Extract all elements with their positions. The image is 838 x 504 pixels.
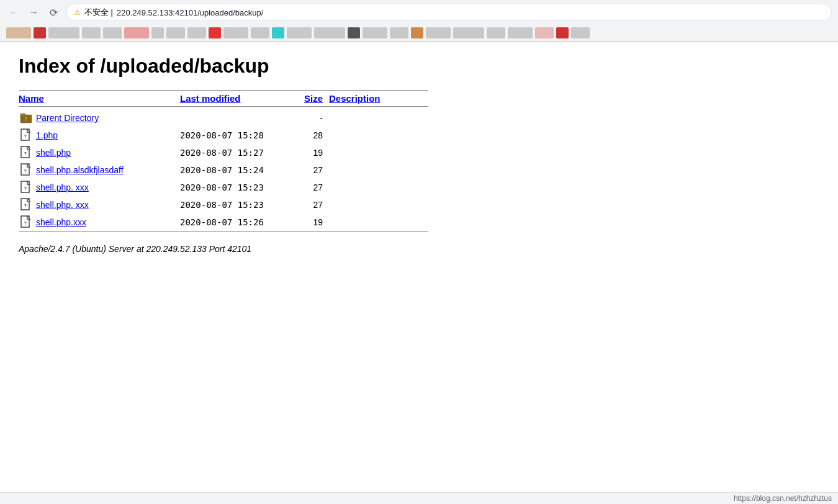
- table-row: ? shell.php2020-08-07 15:2719: [19, 144, 428, 161]
- table-row: ? 1.php2020-08-07 15:2828: [19, 127, 428, 144]
- bookmark-item[interactable]: [348, 27, 360, 38]
- svg-text:↑: ↑: [25, 115, 28, 122]
- file-document-icon: ?: [20, 163, 32, 177]
- file-icon: ?: [19, 197, 34, 212]
- file-icon: ?: [19, 215, 34, 230]
- bookmark-item[interactable]: [103, 27, 122, 38]
- bookmark-item[interactable]: [166, 27, 185, 38]
- table-row: ? shell.php. xxx2020-08-07 15:2327: [19, 196, 428, 214]
- bookmark-item[interactable]: [272, 27, 284, 38]
- table-header: Name Last modified Size Description: [19, 90, 428, 107]
- table-row: ? shell.php.alsdkfjlasdaff2020-08-07 15:…: [19, 161, 428, 179]
- size-cell: 19: [286, 217, 323, 227]
- file-document-icon: ?: [20, 146, 32, 160]
- bookmark-item[interactable]: [487, 27, 505, 38]
- url-display: 220.249.52.133:42101/uploaded/backup/: [117, 8, 263, 17]
- file-icon: ?: [19, 163, 34, 178]
- bookmarks-bar: [0, 25, 838, 42]
- file-document-icon: ?: [20, 128, 32, 142]
- size-cell: 28: [286, 130, 323, 140]
- bookmark-item[interactable]: [48, 27, 79, 38]
- file-icon: ?: [19, 180, 34, 195]
- bookmark-item[interactable]: [34, 27, 46, 38]
- file-link[interactable]: shell.php. xxx: [36, 182, 89, 192]
- sort-by-modified[interactable]: Last modified: [180, 93, 241, 104]
- file-link[interactable]: 1.php: [36, 130, 58, 140]
- sort-by-description[interactable]: Description: [329, 93, 381, 104]
- bookmark-item[interactable]: [209, 27, 221, 38]
- bookmark-item[interactable]: [426, 27, 451, 38]
- browser-chrome: ← → ⟳ ⚠ 不安全 | 220.249.52.133:42101/uploa…: [0, 0, 838, 42]
- file-link[interactable]: shell.php. xxx: [36, 200, 89, 210]
- size-cell: 19: [286, 148, 323, 158]
- modified-cell: 2020-08-07 15:28: [180, 130, 286, 140]
- bookmark-item[interactable]: [363, 27, 387, 38]
- file-name-cell: ? shell.php: [19, 145, 180, 160]
- bookmark-item[interactable]: [251, 27, 269, 38]
- file-document-icon: ?: [20, 215, 32, 229]
- file-name-cell: ? shell.php.alsdkfjlasdaff: [19, 163, 180, 178]
- file-rows: ↑ Parent Directory- ? 1.php2020-08-07 15…: [19, 109, 428, 232]
- file-name-cell: ? shell.php.xxx: [19, 215, 180, 230]
- table-row: ↑ Parent Directory-: [19, 109, 428, 127]
- bookmark-item[interactable]: [390, 27, 408, 38]
- bookmark-item[interactable]: [556, 27, 569, 38]
- bookmark-item[interactable]: [223, 27, 248, 38]
- bookmark-item[interactable]: [314, 27, 345, 38]
- modified-cell: 2020-08-07 15:23: [180, 200, 286, 210]
- size-cell: 27: [286, 165, 323, 175]
- back-button[interactable]: ←: [6, 5, 21, 20]
- address-bar[interactable]: ⚠ 不安全 | 220.249.52.133:42101/uploaded/ba…: [66, 4, 832, 21]
- svg-text:?: ?: [24, 204, 27, 208]
- bookmark-item[interactable]: [571, 27, 590, 38]
- bookmark-item[interactable]: [508, 27, 533, 38]
- size-cell: -: [286, 113, 323, 123]
- page-title: Index of /uploaded/backup: [19, 55, 819, 78]
- file-listing: Name Last modified Size Description ↑ Pa…: [19, 90, 428, 254]
- svg-text:?: ?: [24, 186, 27, 191]
- bookmark-item[interactable]: [453, 27, 484, 38]
- svg-text:?: ?: [24, 221, 27, 225]
- bookmark-item[interactable]: [6, 27, 31, 38]
- bookmark-item[interactable]: [411, 27, 423, 38]
- file-link[interactable]: shell.php.xxx: [36, 217, 86, 227]
- security-icon: ⚠: [74, 8, 81, 17]
- file-icon: ?: [19, 145, 34, 160]
- parent-dir-link[interactable]: Parent Directory: [36, 113, 99, 123]
- svg-text:?: ?: [24, 151, 27, 156]
- modified-cell: 2020-08-07 15:26: [180, 217, 286, 227]
- reload-button[interactable]: ⟳: [46, 5, 61, 20]
- bookmark-item[interactable]: [535, 27, 554, 38]
- browser-toolbar: ← → ⟳ ⚠ 不安全 | 220.249.52.133:42101/uploa…: [0, 0, 838, 25]
- bookmark-item[interactable]: [151, 27, 164, 38]
- svg-text:?: ?: [24, 134, 27, 138]
- page-content: Index of /uploaded/backup Name Last modi…: [0, 42, 838, 266]
- size-cell: 27: [286, 200, 323, 210]
- forward-button[interactable]: →: [26, 5, 41, 20]
- file-name-cell: ? shell.php. xxx: [19, 180, 180, 195]
- size-cell: 27: [286, 182, 323, 192]
- parent-dir-icon: ↑: [19, 110, 34, 125]
- file-document-icon: ?: [20, 181, 32, 194]
- file-document-icon: ?: [20, 198, 32, 212]
- file-link[interactable]: shell.php: [36, 148, 71, 158]
- bookmark-item[interactable]: [124, 27, 149, 38]
- sort-by-name[interactable]: Name: [19, 93, 44, 104]
- table-row: ? shell.php.xxx2020-08-07 15:2619: [19, 214, 428, 231]
- svg-text:?: ?: [24, 169, 27, 173]
- table-row: ? shell.php. xxx2020-08-07 15:2327: [19, 179, 428, 196]
- server-footer: Apache/2.4.7 (Ubuntu) Server at 220.249.…: [19, 244, 428, 254]
- file-icon: ?: [19, 128, 34, 143]
- folder-back-icon: ↑: [20, 112, 32, 124]
- bookmark-item[interactable]: [82, 27, 101, 38]
- bookmark-item[interactable]: [187, 27, 206, 38]
- parent-dir-cell: ↑ Parent Directory: [19, 110, 180, 125]
- modified-cell: 2020-08-07 15:24: [180, 165, 286, 175]
- bookmark-item[interactable]: [287, 27, 312, 38]
- modified-cell: 2020-08-07 15:23: [180, 182, 286, 192]
- file-name-cell: ? shell.php. xxx: [19, 197, 180, 212]
- file-name-cell: ? 1.php: [19, 128, 180, 143]
- file-link[interactable]: shell.php.alsdkfjlasdaff: [36, 165, 124, 175]
- sort-by-size[interactable]: Size: [304, 93, 323, 104]
- url-security-label: 不安全 |: [84, 7, 113, 18]
